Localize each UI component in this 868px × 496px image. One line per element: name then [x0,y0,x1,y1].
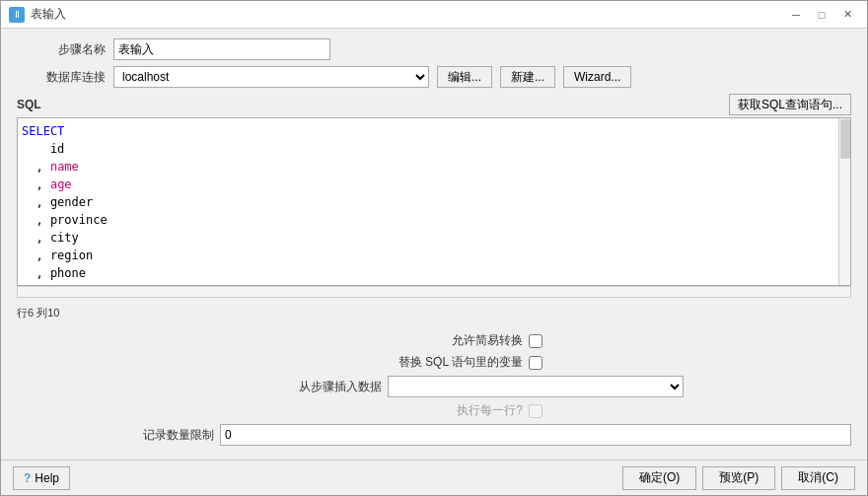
footer-right: 确定(O) 预览(P) 取消(C) [622,466,855,490]
new-db-button[interactable]: 新建... [500,66,555,88]
title-controls: ─ □ ✕ [784,6,859,24]
db-connection-row: 数据库连接 localhost 编辑... 新建... Wizard... [17,66,851,88]
allow-simple-convert-checkbox[interactable] [529,334,542,348]
records-limit-label: 记录数量限制 [17,427,214,444]
main-content: 步骤名称 数据库连接 localhost 编辑... 新建... Wizard.… [1,29,867,460]
sql-horizontal-scrollbar[interactable] [17,286,851,298]
allow-simple-convert-label: 允许简易转换 [326,332,523,349]
replace-vars-row: 替换 SQL 语句里的变量 [17,354,851,371]
insert-from-row: 从步骤插入数据 [17,376,851,397]
maximize-button[interactable]: □ [810,6,833,24]
options-section: 允许简易转换 替换 SQL 语句里的变量 从步骤插入数据 执行每一行? 记录数量… [17,328,851,450]
main-window: Ⅱ 表输入 ─ □ ✕ 步骤名称 数据库连接 localhost 编辑... 新… [0,0,868,496]
db-connection-select[interactable]: localhost [113,66,429,88]
allow-simple-convert-row: 允许简易转换 [17,332,851,349]
execute-each-checkbox[interactable] [529,404,542,418]
window-icon: Ⅱ [9,7,25,23]
sql-label-row: SQL 获取SQL查询语句... [17,94,851,115]
sql-section: SQL 获取SQL查询语句... SELECT id , name , age … [17,94,851,298]
insert-from-label: 从步骤插入数据 [184,379,382,395]
sql-code: SELECT id , name , age , gender , provin… [22,122,846,286]
footer-left: ? Help [13,466,70,490]
minimize-button[interactable]: ─ [784,6,808,24]
title-bar: Ⅱ 表输入 ─ □ ✕ [1,1,867,29]
cancel-button[interactable]: 取消(C) [781,466,855,490]
title-bar-left: Ⅱ 表输入 [9,6,66,23]
replace-vars-label: 替换 SQL 语句里的变量 [326,354,523,371]
ok-button[interactable]: 确定(O) [622,466,696,490]
replace-vars-checkbox[interactable] [529,356,542,370]
help-button[interactable]: ? Help [13,466,70,490]
insert-from-select[interactable] [388,376,684,397]
db-connection-label: 数据库连接 [17,69,106,86]
execute-each-row: 执行每一行? [17,402,851,419]
preview-button[interactable]: 预览(P) [702,466,775,490]
step-name-input[interactable] [113,38,330,60]
sql-status-bar: 行6 列10 [17,304,851,322]
sql-vertical-scrollbar[interactable] [838,118,850,285]
step-name-row: 步骤名称 [17,38,851,60]
scroll-thumb [840,119,850,159]
get-sql-button[interactable]: 获取SQL查询语句... [729,94,851,115]
records-limit-input[interactable] [220,424,851,446]
help-icon: ? [24,471,31,485]
window-title: 表输入 [31,6,66,23]
edit-db-button[interactable]: 编辑... [437,66,492,88]
execute-each-label: 执行每一行? [326,402,523,419]
close-button[interactable]: ✕ [835,6,859,24]
records-limit-row: 记录数量限制 [17,424,851,446]
sql-editor[interactable]: SELECT id , name , age , gender , provin… [17,117,851,286]
footer: ? Help 确定(O) 预览(P) 取消(C) [1,460,867,495]
step-name-label: 步骤名称 [17,41,106,58]
wizard-button[interactable]: Wizard... [563,66,631,88]
sql-label: SQL [17,98,41,111]
